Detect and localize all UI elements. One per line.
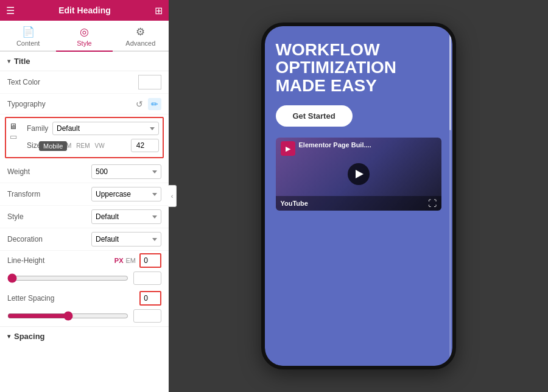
tablet-icon[interactable]: ▭: [9, 132, 18, 141]
typography-row: Typography ↺ ✏: [0, 94, 169, 114]
line-height-input[interactable]: [139, 253, 161, 268]
font-family-select[interactable]: Default: [52, 122, 159, 135]
spacing-label: Spacing: [14, 332, 45, 341]
tab-style-label: Style: [77, 40, 91, 47]
line-height-units: PX EM: [114, 257, 136, 264]
device-icons: 🖥 ▭: [9, 122, 18, 141]
letter-spacing-row: Letter Spacing: [0, 289, 169, 308]
panel-header: ☰ Edit Heading ⊞: [0, 0, 169, 21]
desktop-icon[interactable]: 🖥: [9, 122, 18, 131]
decoration-row: Decoration Default NoneUnderlineOverline…: [0, 228, 169, 251]
line-height-slider-row: [0, 270, 169, 289]
transform-label: Transform: [7, 190, 91, 198]
phone-scrollbar-thumb: [449, 32, 451, 130]
weight-label: Weight: [7, 167, 91, 176]
typography-label: Typography: [7, 100, 135, 108]
style-select[interactable]: Default NormalItalicOblique: [91, 209, 161, 224]
typography-highlighted-box: 🖥 ▭ Mobile Family Default Size PX EM REM: [5, 117, 164, 158]
video-play-icon-box: ▶: [281, 141, 295, 156]
phone-screen: WORKFLOW OPTIMIZATION MADE EASY Get Star…: [265, 26, 452, 366]
phone-content: WORKFLOW OPTIMIZATION MADE EASY Get Star…: [265, 26, 452, 366]
letter-spacing-label: Letter Spacing: [7, 294, 139, 303]
fullscreen-icon[interactable]: ⛶: [428, 198, 437, 208]
panel-title: Edit Heading: [15, 5, 155, 15]
transform-control: Uppercase NoneLowercaseCapitalize: [91, 187, 161, 201]
typography-refresh-btn[interactable]: ↺: [135, 98, 144, 110]
unit-rem-btn[interactable]: REM: [74, 142, 91, 150]
youtube-logo: YouTube: [281, 200, 308, 207]
phone-scrollbar: [449, 32, 451, 360]
section-title-label: Title: [14, 57, 30, 66]
grid-icon[interactable]: ⊞: [155, 5, 163, 16]
lh-unit-em[interactable]: EM: [126, 257, 136, 264]
decoration-control: Default NoneUnderlineOverlineLine-throug…: [91, 232, 161, 247]
phone-frame: WORKFLOW OPTIMIZATION MADE EASY Get Star…: [261, 23, 456, 369]
headline-line2: OPTIMIZATION: [276, 58, 441, 76]
video-thumbnail: ▶ Elementor Page Buil.... YouTube ⛶: [276, 138, 441, 211]
lh-unit-px[interactable]: PX: [114, 257, 124, 264]
style-row: Style Default NormalItalicOblique: [0, 206, 169, 228]
section-arrow-icon: ▾: [7, 58, 10, 65]
line-height-label: Line-Height: [7, 256, 114, 265]
video-play-overlay[interactable]: [348, 163, 370, 185]
tabs-row: 📄 Content ◎ Style ⚙ Advanced: [0, 21, 169, 52]
mobile-tooltip: Mobile: [39, 141, 67, 151]
font-size-input[interactable]: [131, 139, 159, 152]
style-label: Style: [7, 212, 91, 221]
text-color-control: [138, 75, 161, 89]
style-control: Default NormalItalicOblique: [91, 209, 161, 224]
unit-vw-btn[interactable]: VW: [93, 142, 107, 150]
line-height-slider-value[interactable]: [133, 271, 161, 285]
headline-line1: WORKFLOW: [276, 41, 441, 58]
tab-advanced-label: Advanced: [125, 40, 155, 47]
weight-control: 500 100200300400 600700800900: [91, 164, 161, 179]
phone-cta-button[interactable]: Get Started: [276, 105, 353, 127]
play-triangle-icon: [356, 170, 364, 178]
typography-controls: ↺ ✏: [135, 98, 161, 110]
tab-content[interactable]: 📄 Content: [0, 21, 56, 52]
spacing-section: ▾ Spacing: [0, 326, 169, 343]
font-family-row: Family Default: [27, 122, 159, 135]
letter-spacing-input[interactable]: [139, 291, 161, 306]
phone-headline: WORKFLOW OPTIMIZATION MADE EASY: [276, 41, 441, 94]
transform-row: Transform Uppercase NoneLowercaseCapital…: [0, 183, 169, 206]
headline-line3: MADE EASY: [276, 77, 441, 94]
text-color-row: Text Color: [0, 71, 169, 94]
hamburger-icon[interactable]: ☰: [6, 5, 15, 16]
collapse-handle[interactable]: ‹: [168, 185, 177, 207]
letter-spacing-slider-value[interactable]: [133, 309, 161, 323]
letter-spacing-slider-row: [0, 308, 169, 326]
play-button[interactable]: [348, 163, 370, 185]
section-title: ▾ Title: [0, 52, 169, 71]
text-color-swatch[interactable]: [138, 75, 161, 89]
advanced-tab-icon: ⚙: [136, 26, 145, 38]
transform-select[interactable]: Uppercase NoneLowercaseCapitalize: [91, 187, 161, 201]
tab-content-label: Content: [16, 40, 40, 47]
content-tab-icon: 📄: [22, 26, 35, 38]
decoration-select[interactable]: Default NoneUnderlineOverlineLine-throug…: [91, 232, 161, 247]
spacing-arrow-icon: ▾: [7, 333, 10, 340]
left-panel: ☰ Edit Heading ⊞ 📄 Content ◎ Style ⚙ Adv…: [0, 0, 169, 392]
tab-advanced[interactable]: ⚙ Advanced: [113, 21, 169, 52]
typography-pencil-btn[interactable]: ✏: [148, 98, 161, 110]
letter-spacing-slider[interactable]: [7, 311, 128, 321]
family-label: Family: [27, 124, 52, 133]
text-color-label: Text Color: [7, 78, 138, 86]
video-bottom-bar: YouTube ⛶: [276, 196, 441, 211]
tab-style[interactable]: ◎ Style: [56, 21, 112, 52]
decoration-label: Decoration: [7, 235, 91, 243]
video-title-text: Elementor Page Buil....: [299, 141, 371, 149]
right-area: ‹ WORKFLOW OPTIMIZATION MADE EASY Get St…: [169, 0, 548, 392]
line-height-slider[interactable]: [7, 273, 128, 283]
weight-row: Weight 500 100200300400 600700800900: [0, 161, 169, 183]
weight-select[interactable]: 500 100200300400 600700800900: [91, 164, 161, 179]
panel-content: ▾ Title Text Color Typography ↺ ✏ 🖥 ▭: [0, 52, 169, 392]
line-height-row: Line-Height PX EM: [0, 251, 169, 270]
style-tab-icon: ◎: [80, 26, 89, 38]
